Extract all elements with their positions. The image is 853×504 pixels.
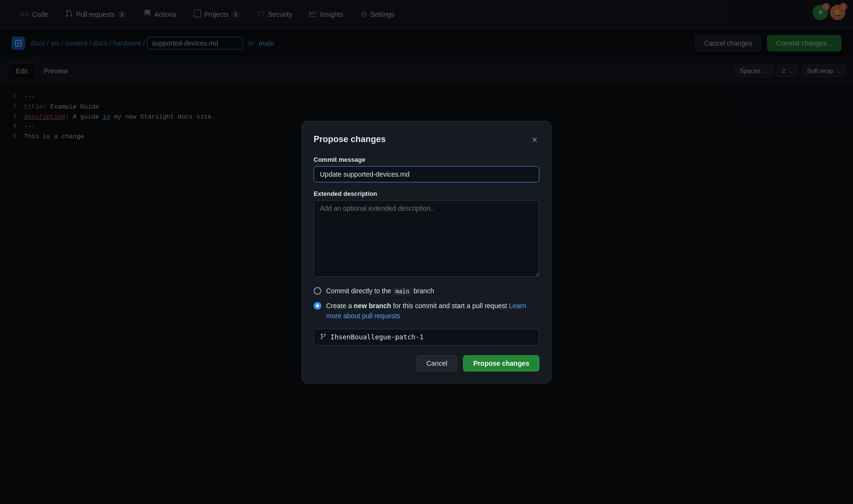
propose-changes-button[interactable]: Propose changes — [463, 355, 539, 372]
modal-close-button[interactable]: × — [530, 133, 539, 146]
modal-overlay[interactable]: Propose changes × Commit message Extende… — [0, 0, 853, 504]
cancel-button[interactable]: Cancel — [416, 355, 458, 372]
radio-item-direct[interactable]: Commit directly to the main branch — [314, 286, 539, 296]
radio-direct-button[interactable] — [314, 287, 321, 295]
modal-header: Propose changes × — [314, 133, 539, 146]
ext-desc-label: Extended description — [314, 190, 539, 197]
modal-footer: Cancel Propose changes — [314, 355, 539, 372]
commit-msg-label: Commit message — [314, 156, 539, 163]
radio-item-new-branch[interactable]: Create a new branch for this commit and … — [314, 301, 539, 321]
radio-new-branch-label: Create a new branch for this commit and … — [326, 301, 539, 321]
branch-name-input[interactable] — [330, 333, 533, 341]
radio-new-branch-button[interactable] — [314, 302, 321, 310]
branch-input-wrapper — [314, 329, 539, 346]
propose-changes-modal: Propose changes × Commit message Extende… — [302, 121, 551, 384]
radio-direct-label: Commit directly to the main branch — [326, 286, 434, 296]
modal-title: Propose changes — [314, 134, 386, 144]
commit-type-radio-group: Commit directly to the main branch Creat… — [314, 286, 539, 321]
commit-message-input[interactable] — [314, 166, 539, 182]
branch-input-icon — [320, 333, 327, 341]
extended-description-textarea[interactable] — [314, 200, 539, 277]
